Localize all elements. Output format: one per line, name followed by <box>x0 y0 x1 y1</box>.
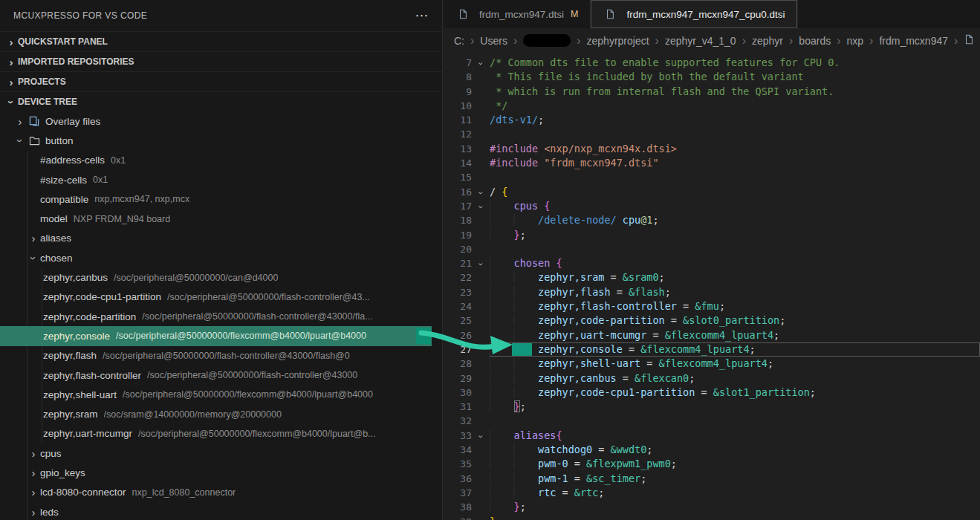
editor-tab[interactable]: frdm_mcxn947_mcxn947_cpu0.dtsi <box>591 0 797 28</box>
line-number[interactable]: 34 <box>444 443 472 457</box>
line-number[interactable]: 15 <box>444 170 472 184</box>
tree-item[interactable]: ›compatiblenxp,mcxn947, nxp,mcx <box>0 189 442 209</box>
code-line-text[interactable] <box>490 127 980 141</box>
code-line-text[interactable]: /delete-node/ cpu@1; <box>490 213 980 227</box>
line-number[interactable]: 24 <box>444 299 472 313</box>
tree-item[interactable]: ›zephyr,code-cpu1-partition/soc/peripher… <box>0 287 442 307</box>
more-actions-icon[interactable]: ⋯ <box>415 9 429 22</box>
tree-item[interactable]: ›zephyr,sram/soc/sram@14000000/memory@20… <box>0 404 442 423</box>
breadcrumb-item[interactable]: Users <box>480 35 507 47</box>
line-number[interactable]: 17 <box>444 199 472 213</box>
line-number[interactable]: 27 <box>444 342 472 357</box>
code-line-text[interactable]: chosen { <box>490 256 980 270</box>
tree-item[interactable]: ›lcd-8080-connectornxp_lcd_8080_connecto… <box>0 483 442 502</box>
code-line-text[interactable]: pwm-1 = &sc_timer; <box>490 472 980 486</box>
code-line-text[interactable] <box>490 242 980 256</box>
tree-item[interactable]: ›cpus <box>0 443 442 463</box>
section-header[interactable]: ›IMPORTED REPOSITORIES <box>0 51 442 71</box>
line-number[interactable]: 11 <box>444 113 472 127</box>
tree-item[interactable]: ›leds <box>0 502 442 520</box>
chevron-icon[interactable]: › <box>4 76 18 88</box>
editor-tab[interactable]: frdm_mcxn947.dtsiM <box>444 0 591 28</box>
code-line-text[interactable]: zephyr,flash-controller = &fmu; <box>490 299 980 313</box>
code-line-text[interactable]: cpus { <box>490 199 980 213</box>
tree-item[interactable]: ›zephyr,shell-uart/soc/peripheral@500000… <box>0 385 442 404</box>
chevron-icon[interactable]: › <box>27 467 40 479</box>
breadcrumb-item[interactable]: zephyr_v4_1_0 <box>665 35 736 47</box>
chevron-icon[interactable]: › <box>4 36 18 48</box>
code-line-text[interactable]: aliases{ <box>490 429 980 443</box>
code-line-text[interactable]: /* Common dts file to enable supported f… <box>490 56 980 70</box>
line-number[interactable]: 38 <box>444 500 472 514</box>
code-line-text[interactable] <box>490 170 980 184</box>
fold-chevron-icon[interactable]: › <box>472 185 490 199</box>
section-header[interactable]: ›QUICKSTART PANEL <box>0 31 442 51</box>
line-number[interactable]: 35 <box>444 457 472 471</box>
fold-chevron-icon[interactable]: › <box>472 256 490 270</box>
line-number[interactable]: 18 <box>444 213 472 227</box>
code-line-text[interactable]: zephyr,shell-uart = &flexcomm4_lpuart4; <box>490 357 980 371</box>
code-line-text[interactable]: zephyr,console = &flexcomm4_lpuart4; <box>490 342 980 357</box>
code-line-text[interactable]: watchdog0 = &wwdt0; <box>490 443 980 457</box>
code-line-text[interactable]: zephyr,sram = &sram0; <box>490 270 980 285</box>
tree-item[interactable]: ›zephyr,code-partition/soc/peripheral@50… <box>0 307 442 326</box>
tree-item[interactable]: ›aliases <box>0 229 442 248</box>
line-number[interactable]: 7 <box>444 56 472 70</box>
chevron-icon[interactable]: › <box>27 251 40 264</box>
tree-item[interactable]: ›zephyr,console/soc/peripheral@50000000/… <box>0 326 432 345</box>
chevron-icon[interactable]: › <box>14 134 27 147</box>
line-number[interactable]: 13 <box>444 142 472 156</box>
code-line-text[interactable]: }; <box>490 228 980 242</box>
section-header[interactable]: ›DEVICE TREE <box>0 91 442 111</box>
line-number[interactable]: 23 <box>444 285 472 299</box>
code-line-text[interactable]: }; <box>490 400 980 414</box>
code-line-text[interactable]: zephyr,code-cpu1-partition = &slot1_part… <box>490 386 980 400</box>
chevron-icon[interactable]: › <box>27 447 40 460</box>
tree-item[interactable]: ›#size-cells0x1 <box>0 170 442 189</box>
line-number[interactable]: 10 <box>444 99 472 113</box>
fold-chevron-icon[interactable]: › <box>472 429 490 443</box>
breadcrumb-item-redacted[interactable] <box>523 34 571 47</box>
line-number[interactable]: 28 <box>444 357 472 371</box>
breadcrumb-item[interactable]: zephyr <box>752 35 783 47</box>
chevron-icon[interactable]: › <box>27 232 40 244</box>
tree-item[interactable]: ›zephyr,uart-mcumgr/soc/peripheral@50000… <box>0 424 442 443</box>
tree-item[interactable]: ›modelNXP FRDM_N94 board <box>0 209 442 228</box>
line-number[interactable]: 16 <box>444 185 472 199</box>
line-number[interactable]: 8 <box>444 70 472 84</box>
code-line-text[interactable]: }; <box>490 500 980 514</box>
code-line-text[interactable]: zephyr,canbus = &flexcan0; <box>490 371 980 386</box>
line-number[interactable]: 29 <box>444 371 472 386</box>
tree-item[interactable]: ›#address-cells0x1 <box>0 151 442 170</box>
line-number[interactable]: 21 <box>444 256 472 270</box>
code-line-text[interactable]: }; <box>490 515 980 520</box>
line-number[interactable]: 36 <box>444 472 472 486</box>
tree-item[interactable]: ›zephyr,flash/soc/peripheral@50000000/fl… <box>0 346 442 365</box>
line-number[interactable]: 12 <box>444 127 472 141</box>
code-line-text[interactable]: / { <box>490 185 980 199</box>
tree-item[interactable]: ›zephyr,flash-controller/soc/peripheral@… <box>0 365 442 385</box>
code-line-text[interactable]: * This file is included by both the defa… <box>490 70 980 84</box>
line-number[interactable]: 9 <box>444 85 472 99</box>
chevron-icon[interactable]: › <box>4 56 18 68</box>
line-number[interactable]: 26 <box>444 328 472 342</box>
code-line-text[interactable]: zephyr,uart-mcumgr = &flexcomm4_lpuart4; <box>490 328 980 342</box>
code-line-text[interactable]: zephyr,code-partition = &slot0_partition… <box>490 313 980 328</box>
breadcrumb-item[interactable]: boards <box>799 35 831 47</box>
line-number[interactable]: 14 <box>444 156 472 170</box>
code-line-text[interactable] <box>490 414 980 428</box>
code-line-text[interactable]: * which is run from internal flash and t… <box>490 85 980 99</box>
file-icon[interactable] <box>964 33 974 48</box>
line-number[interactable]: 39 <box>444 515 472 520</box>
chevron-icon[interactable]: › <box>5 95 18 108</box>
line-number[interactable]: 30 <box>444 386 472 400</box>
code-line-text[interactable]: #include "frdm_mcxn947.dtsi" <box>490 156 980 170</box>
fold-chevron-icon[interactable]: › <box>472 56 490 70</box>
code-line-text[interactable]: rtc = &rtc; <box>490 486 980 500</box>
code-line-text[interactable]: pwm-0 = &flexpwm1_pwm0; <box>490 457 980 471</box>
breadcrumb-item[interactable]: frdm_mcxn947 <box>879 35 948 47</box>
section-header[interactable]: ›PROJECTS <box>0 71 442 91</box>
tree-item[interactable]: ›button <box>0 131 442 150</box>
fold-chevron-icon[interactable]: › <box>472 199 490 213</box>
code-line-text[interactable]: zephyr,flash = &flash; <box>490 285 980 299</box>
